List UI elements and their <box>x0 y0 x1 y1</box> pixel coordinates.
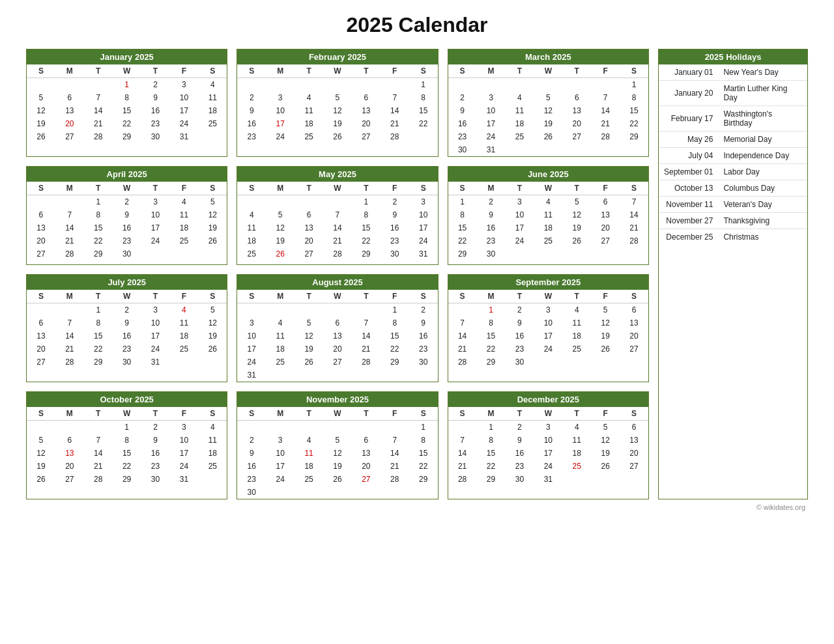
calendar-day: 15 <box>113 447 141 460</box>
day-header: W <box>113 64 141 78</box>
day-header: F <box>591 182 620 195</box>
calendar-day: 24 <box>534 343 562 356</box>
calendar-day: 10 <box>534 316 562 329</box>
calendar-day: 1 <box>381 303 409 317</box>
holiday-name: Veteran's Day <box>718 197 807 213</box>
calendar-day: 15 <box>381 329 409 343</box>
holiday-name: Wasthington's Birthday <box>718 106 807 132</box>
calendar-day: 13 <box>323 329 352 343</box>
day-header: F <box>381 64 409 78</box>
calendar-day: 5 <box>323 434 352 447</box>
calendar-day: 3 <box>477 91 506 104</box>
calendar-day: 13 <box>27 221 55 234</box>
calendar-day: 19 <box>198 221 227 234</box>
calendar-day: 19 <box>27 460 55 473</box>
calendar-day: 23 <box>237 130 266 143</box>
calendar-day: 26 <box>198 234 227 247</box>
day-header: S <box>27 64 55 78</box>
calendar-day: 18 <box>266 343 295 356</box>
month-block-12: December 2025SMTWTFS12345678910111213141… <box>448 391 649 499</box>
page-title: 2025 Calendar <box>13 13 821 37</box>
calendar-day: 15 <box>84 329 113 343</box>
calendar-day: 21 <box>448 460 477 473</box>
calendar-day: 17 <box>266 117 295 130</box>
calendar-day: 28 <box>84 130 113 143</box>
calendar-day: 15 <box>409 104 438 117</box>
calendar-day: 14 <box>381 104 409 117</box>
calendar-day: 29 <box>477 356 506 369</box>
calendar-day: 22 <box>84 234 113 247</box>
calendar-day <box>55 369 84 372</box>
calendar-day: 24 <box>141 234 170 247</box>
day-header: T <box>295 64 323 78</box>
calendar-day: 24 <box>534 460 562 473</box>
calendar-day: 4 <box>198 78 227 92</box>
calendar-day <box>169 369 198 372</box>
calendar-day: 30 <box>237 486 266 499</box>
day-header: T <box>352 290 381 303</box>
calendar-day: 15 <box>620 104 648 117</box>
calendar-day <box>323 369 352 382</box>
holiday-date: July 04 <box>659 148 718 164</box>
calendar-day: 29 <box>620 130 648 143</box>
calendar-day: 4 <box>169 195 198 209</box>
day-header: S <box>448 182 477 195</box>
calendar-day: 24 <box>477 130 506 143</box>
holidays-block: 2025 HolidaysJanuary 01New Year's DayJan… <box>658 49 808 499</box>
month-header-6: June 2025 <box>448 167 648 182</box>
day-header: T <box>352 64 381 78</box>
calendar-day <box>198 486 227 490</box>
calendar-day: 9 <box>113 316 141 329</box>
calendar-day: 18 <box>198 447 227 460</box>
calendar-day: 15 <box>477 447 506 460</box>
calendar-day: 5 <box>295 316 323 329</box>
calendar-day <box>55 195 84 209</box>
calendar-day <box>323 143 352 147</box>
day-header: T <box>141 182 170 195</box>
holiday-name: Independence Day <box>718 148 807 164</box>
calendar-day: 12 <box>27 447 55 460</box>
calendar-day <box>591 473 620 486</box>
calendar-day: 30 <box>141 473 170 486</box>
holiday-name: Columbus Day <box>718 180 807 197</box>
calendar-day: 14 <box>448 447 477 460</box>
calendar-day <box>534 260 562 264</box>
calendar-day: 2 <box>477 195 506 209</box>
calendar-day <box>237 78 266 92</box>
calendar-day <box>237 303 266 317</box>
month-table-2: SMTWTFS123456789101112131415161718192021… <box>237 64 437 147</box>
calendar-day: 7 <box>84 434 113 447</box>
calendar-day: 3 <box>534 303 562 317</box>
day-header: M <box>477 407 506 421</box>
holiday-name: New Year's Day <box>718 64 807 81</box>
calendar-day: 19 <box>198 329 227 343</box>
day-header: M <box>55 407 84 421</box>
calendar-day <box>323 195 352 209</box>
month-header-1: January 2025 <box>27 49 227 64</box>
day-header: T <box>295 182 323 195</box>
calendar-day: 14 <box>84 104 113 117</box>
calendar-day: 6 <box>323 316 352 329</box>
calendar-day: 27 <box>27 247 55 260</box>
calendar-day: 9 <box>141 91 170 104</box>
calendar-day: 9 <box>505 434 534 447</box>
calendar-day: 18 <box>198 104 227 117</box>
calendar-day: 28 <box>591 130 620 143</box>
calendar-day: 4 <box>295 434 323 447</box>
month-table-11: SMTWTFS123456789101112131415161718192021… <box>237 407 437 499</box>
calendar-day: 7 <box>448 316 477 329</box>
calendar-day: 2 <box>505 303 534 317</box>
calendar-day: 18 <box>562 329 591 343</box>
day-header: T <box>84 182 113 195</box>
calendar-day <box>141 486 170 490</box>
calendar-day: 2 <box>113 195 141 209</box>
calendar-day <box>141 260 170 264</box>
calendar-day: 26 <box>591 460 620 473</box>
calendar-day: 11 <box>266 329 295 343</box>
calendar-day <box>141 247 170 260</box>
calendar-day: 22 <box>409 460 438 473</box>
calendar-day: 15 <box>352 221 381 234</box>
calendar-day <box>505 78 534 92</box>
calendar-day: 29 <box>113 130 141 143</box>
calendar-day <box>84 421 113 434</box>
